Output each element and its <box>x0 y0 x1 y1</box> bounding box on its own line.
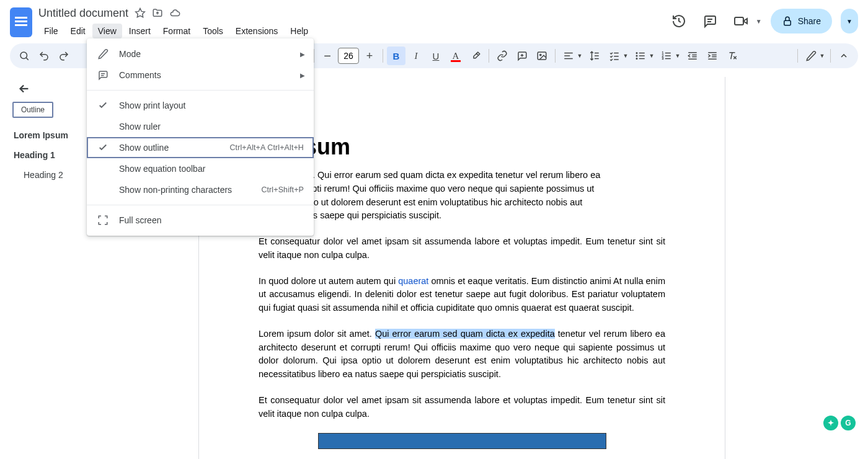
bullet-dropdown-icon[interactable]: ▼ <box>647 53 656 59</box>
menu-item-show-equation-toolbar[interactable]: Show equation toolbar <box>87 158 314 179</box>
numbered-dropdown-icon[interactable]: ▼ <box>673 53 682 59</box>
checklist-dropdown-icon[interactable]: ▼ <box>621 53 630 59</box>
menu-format[interactable]: Format <box>157 24 196 38</box>
bold-button[interactable]: B <box>387 47 405 65</box>
lock-icon <box>782 16 793 27</box>
separator <box>555 49 556 63</box>
submenu-arrow-icon: ▶ <box>300 51 305 58</box>
insert-image-icon[interactable] <box>533 47 551 65</box>
svg-line-6 <box>26 58 28 60</box>
pencil-icon <box>97 48 109 60</box>
menu-file[interactable]: File <box>38 24 64 38</box>
doc-title[interactable]: Untitled document <box>38 7 128 20</box>
highlight-button[interactable] <box>466 47 485 65</box>
svg-rect-4 <box>784 20 790 25</box>
menu-item-show-ruler[interactable]: Show ruler <box>87 116 314 137</box>
keyboard-shortcut: Ctrl+Alt+A Ctrl+Alt+H <box>229 143 304 152</box>
svg-point-20 <box>636 53 637 54</box>
increase-font-icon[interactable]: + <box>360 47 379 65</box>
decrease-font-icon[interactable]: − <box>318 47 337 65</box>
paragraph[interactable]: Et consequatur dolor vel amet ipsam sit … <box>259 394 665 421</box>
menu-item-show-print-layout[interactable]: Show print layout <box>87 95 314 116</box>
svg-point-10 <box>540 54 541 55</box>
hyperlink[interactable]: quaerat <box>398 276 428 286</box>
star-icon[interactable] <box>135 7 146 19</box>
paragraph[interactable]: Et consequatur dolor vel amet ipsam sit … <box>259 235 665 262</box>
meet-icon[interactable] <box>730 10 752 32</box>
doc-heading[interactable]: m Ipsum <box>259 134 665 160</box>
move-to-drive-icon[interactable] <box>152 7 163 19</box>
docs-app-icon[interactable] <box>10 7 32 37</box>
text-color-button[interactable]: A <box>446 47 465 65</box>
grammarly-icon[interactable]: G <box>841 416 856 430</box>
font-size-input[interactable]: 26 <box>338 48 359 64</box>
embedded-image[interactable] <box>318 433 606 449</box>
outline-header: Outline <box>12 102 53 118</box>
menu-help[interactable]: Help <box>285 24 314 38</box>
insert-link-icon[interactable] <box>493 47 512 65</box>
svg-text:3: 3 <box>662 56 664 60</box>
svg-marker-0 <box>136 9 145 17</box>
menu-item-mode[interactable]: Mode ▶ <box>87 43 314 65</box>
meet-dropdown-icon[interactable]: ▼ <box>756 18 762 25</box>
separator <box>314 49 314 63</box>
paragraph[interactable]: dolor sit amet. Qui error earum sed quam… <box>259 169 665 223</box>
separator <box>830 49 831 63</box>
menu-view[interactable]: View <box>92 24 122 38</box>
separator <box>797 49 798 63</box>
menu-item-show-outline[interactable]: Show outline Ctrl+Alt+A Ctrl+Alt+H <box>87 137 314 158</box>
menu-edit[interactable]: Edit <box>65 24 91 38</box>
menu-bar: File Edit View Insert Format Tools Exten… <box>38 24 662 38</box>
check-icon <box>97 142 109 153</box>
keyboard-shortcut: Ctrl+Shift+P <box>261 185 304 194</box>
collapse-toolbar-icon[interactable] <box>835 47 853 65</box>
menu-extensions[interactable]: Extensions <box>230 24 283 38</box>
svg-point-5 <box>20 52 27 59</box>
view-menu-dropdown: Mode ▶ Comments ▶ Show print layout Show… <box>87 38 314 236</box>
svg-point-22 <box>636 55 637 56</box>
menu-item-comments[interactable]: Comments ▶ <box>87 65 314 86</box>
share-button[interactable]: Share <box>771 9 832 33</box>
check-icon <box>97 100 109 111</box>
separator <box>489 49 489 63</box>
submenu-arrow-icon: ▶ <box>300 72 305 79</box>
italic-button[interactable]: I <box>407 47 425 65</box>
underline-button[interactable]: U <box>427 47 445 65</box>
share-dropdown-button[interactable]: ▼ <box>841 9 858 33</box>
selected-text[interactable]: Qui error earum sed quam dicta ex expedi… <box>375 329 555 339</box>
paragraph[interactable]: In quod dolore ut autem autem qui quaera… <box>259 275 665 315</box>
search-menus-icon[interactable] <box>15 47 33 65</box>
menu-tools[interactable]: Tools <box>197 24 229 38</box>
menu-divider <box>87 90 314 91</box>
svg-point-24 <box>636 58 637 60</box>
mode-dropdown-icon[interactable]: ▼ <box>818 53 826 59</box>
menu-item-full-screen[interactable]: Full screen <box>87 210 314 231</box>
comments-icon <box>97 69 109 81</box>
line-spacing-icon[interactable] <box>585 47 604 65</box>
increase-indent-icon[interactable] <box>703 47 722 65</box>
cloud-status-icon[interactable] <box>169 7 180 19</box>
fullscreen-icon <box>97 215 109 226</box>
menu-insert[interactable]: Insert <box>123 24 156 38</box>
insert-comment-icon[interactable] <box>513 47 531 65</box>
paragraph[interactable]: Lorem ipsum dolor sit amet. Qui error ea… <box>259 328 665 381</box>
comments-history-icon[interactable] <box>699 10 721 32</box>
grammarly-badge-icon[interactable]: ✦ <box>823 416 838 430</box>
share-label: Share <box>798 16 821 26</box>
menu-divider <box>87 205 314 205</box>
clear-formatting-icon[interactable] <box>723 47 742 65</box>
separator <box>383 49 383 63</box>
align-dropdown-icon[interactable]: ▼ <box>575 53 584 59</box>
history-icon[interactable] <box>668 10 690 32</box>
decrease-indent-icon[interactable] <box>683 47 702 65</box>
menu-item-show-nonprinting[interactable]: Show non-printing characters Ctrl+Shift+… <box>87 179 314 200</box>
redo-icon[interactable] <box>55 47 73 65</box>
undo-icon[interactable] <box>35 47 53 65</box>
svg-rect-3 <box>735 17 743 25</box>
